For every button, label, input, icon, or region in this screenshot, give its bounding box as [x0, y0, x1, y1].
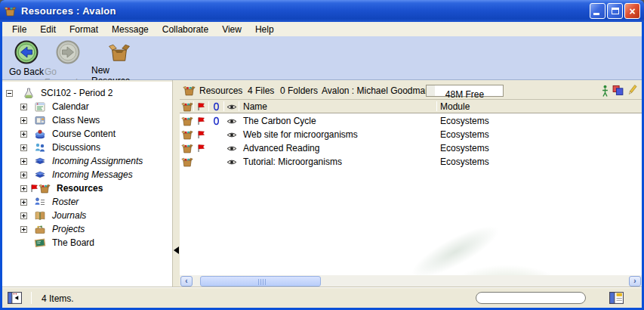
roster-icon: [34, 196, 46, 208]
board-icon: [34, 237, 46, 249]
column-header-name[interactable]: Name: [243, 101, 267, 112]
file-name: Tutorial: Microorganisms: [243, 157, 342, 167]
tree-item-projects[interactable]: Projects: [2, 222, 172, 236]
menu-view[interactable]: View: [215, 23, 248, 36]
expand-expander[interactable]: [20, 117, 27, 124]
expand-expander[interactable]: [20, 226, 27, 233]
visible-eye-icon[interactable]: [226, 144, 238, 153]
expand-expander[interactable]: [20, 131, 27, 138]
menu-help[interactable]: Help: [248, 23, 281, 36]
minimize-button[interactable]: [590, 3, 605, 19]
file-module: Ecosystems: [440, 129, 489, 140]
tree-label: Incoming Messages: [52, 169, 133, 180]
attachment-icon: [212, 116, 220, 126]
table-row[interactable]: Web site for microorganisms Ecosystems: [180, 128, 642, 141]
expand-expander[interactable]: [20, 172, 27, 178]
panel-toggle-icon[interactable]: [8, 292, 22, 304]
forward-arrow-icon: [55, 39, 81, 65]
items-count-label: 4 Items.: [42, 293, 74, 304]
tree-label: Incoming Assignments: [52, 156, 143, 166]
status-bar: 4 Items.: [2, 287, 642, 308]
menu-collaborate[interactable]: Collaborate: [156, 23, 215, 36]
visibility-column-icon[interactable]: [226, 103, 238, 111]
flag-icon: [196, 144, 205, 153]
resource-column-icon[interactable]: [181, 101, 193, 113]
pencil-icon[interactable]: [627, 84, 637, 97]
title-bar[interactable]: Resources : Avalon ×: [0, 0, 644, 22]
table-row[interactable]: Tutorial: Microorganisms Ecosystems: [180, 155, 642, 169]
tree-item-roster[interactable]: Roster: [2, 195, 172, 209]
file-module: Ecosystems: [440, 143, 489, 153]
tree-item-incoming-assignments[interactable]: Incoming Assignments: [2, 154, 172, 168]
close-button[interactable]: ×: [624, 3, 640, 19]
tree-item-resources[interactable]: Resources: [2, 181, 172, 195]
table-row[interactable]: Advanced Reading Ecosystems: [180, 141, 642, 155]
expand-expander[interactable]: [20, 144, 27, 151]
go-back-button[interactable]: Go Back: [8, 39, 45, 77]
tree-label: Projects: [52, 224, 85, 234]
tree-item-calendar[interactable]: Calendar: [2, 100, 172, 113]
menu-message[interactable]: Message: [105, 23, 156, 36]
free-space-label: 48M Free: [445, 89, 484, 100]
status-progress-bar: [476, 292, 586, 304]
flag-icon: [196, 116, 205, 126]
tree-label: The Board: [52, 237, 94, 248]
collapse-panel-icon[interactable]: [174, 246, 179, 254]
tree-item-class-news[interactable]: Class News: [2, 113, 172, 127]
maximize-button[interactable]: [607, 3, 623, 19]
scroll-right-icon[interactable]: ›: [629, 276, 641, 287]
tree-item-journals[interactable]: Journals: [2, 209, 172, 222]
file-name: Advanced Reading: [243, 143, 319, 153]
layers-icon[interactable]: [612, 85, 624, 96]
expand-expander[interactable]: [20, 158, 27, 165]
main-content: SCI102 - Period 2 Calendar Class N: [2, 80, 642, 287]
panel-splitter[interactable]: [172, 80, 180, 287]
layout-icon[interactable]: [609, 292, 624, 304]
tree-item-course-content[interactable]: Course Content: [2, 127, 172, 141]
scrollbar-thumb[interactable]: [200, 276, 321, 287]
window-title: Resources : Avalon: [21, 5, 116, 17]
horizontal-scrollbar[interactable]: ‹ ›: [180, 275, 642, 287]
file-name: The Carbon Cycle: [243, 116, 316, 126]
new-resource-button[interactable]: New Resource: [91, 39, 147, 86]
files-count: 4 Files: [248, 85, 274, 96]
resource-file-icon: [181, 129, 193, 141]
storage-meter: 48M Free: [426, 85, 504, 97]
tree-item-the-board[interactable]: The Board: [2, 236, 172, 250]
collapse-expander[interactable]: [6, 90, 13, 97]
table-row[interactable]: The Carbon Cycle Ecosystems: [180, 114, 642, 128]
column-header-module[interactable]: Module: [440, 101, 470, 112]
file-name: Web site for microorganisms: [243, 129, 358, 140]
context-label: Avalon : Michael Goodman: [322, 85, 430, 96]
statusbar-divider: [31, 292, 32, 304]
tree-item-root[interactable]: SCI102 - Period 2: [2, 86, 172, 100]
visible-eye-icon[interactable]: [226, 131, 238, 139]
attachment-column-icon[interactable]: [212, 101, 220, 112]
menu-format[interactable]: Format: [63, 23, 105, 36]
expand-expander[interactable]: [20, 104, 27, 110]
person-icon[interactable]: [601, 85, 609, 98]
menu-file[interactable]: File: [5, 23, 33, 36]
tree-item-discussions[interactable]: Discussions: [2, 141, 172, 154]
scroll-left-icon[interactable]: ‹: [180, 276, 193, 287]
file-module: Ecosystems: [440, 116, 489, 126]
visible-eye-icon[interactable]: [226, 117, 238, 126]
tree-item-incoming-messages[interactable]: Incoming Messages: [2, 168, 172, 181]
flag-icon: [29, 184, 39, 193]
panel-title: Resources: [199, 85, 242, 96]
expand-expander[interactable]: [20, 199, 27, 206]
menu-edit[interactable]: Edit: [33, 23, 63, 36]
flag-column-icon[interactable]: [196, 102, 205, 111]
file-module: Ecosystems: [440, 157, 489, 167]
course-tree-panel: SCI102 - Period 2 Calendar Class N: [2, 82, 172, 287]
visible-eye-icon[interactable]: [226, 158, 238, 166]
expand-expander[interactable]: [20, 212, 27, 219]
tree-label: Resources: [57, 183, 103, 194]
app-box-icon: [4, 5, 17, 17]
folders-count: 0 Folders: [280, 85, 318, 96]
go-back-label: Go Back: [9, 67, 44, 77]
expand-expander[interactable]: [20, 185, 27, 192]
back-arrow-icon: [14, 39, 39, 65]
journals-icon: [34, 209, 46, 222]
discussions-icon: [34, 141, 46, 153]
